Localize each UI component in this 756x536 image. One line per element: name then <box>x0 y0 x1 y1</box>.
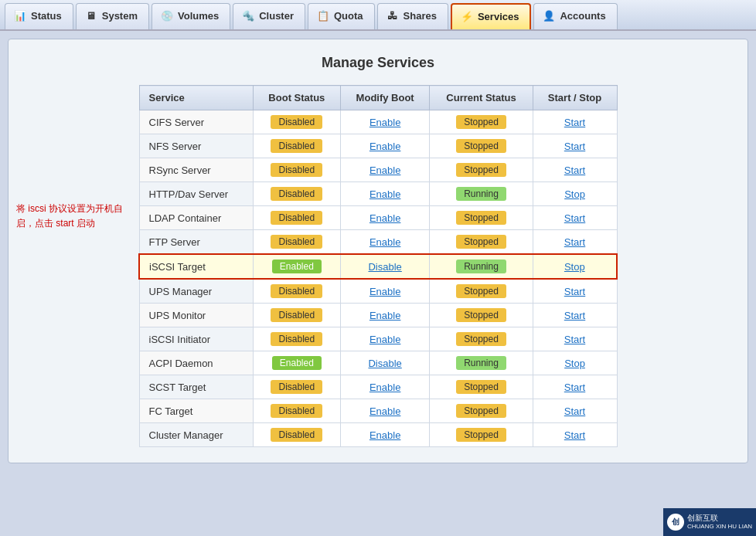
modify-boot-link[interactable]: Enable <box>369 429 400 441</box>
cluster-icon: 🔩 <box>241 9 255 23</box>
start-link[interactable]: Start <box>564 310 585 321</box>
stop-link[interactable]: Stop <box>564 358 585 369</box>
nav-tab-system[interactable]: 🖥System <box>76 3 149 29</box>
start-link[interactable]: Start <box>564 117 585 128</box>
modify-boot-link[interactable]: Enable <box>369 188 400 200</box>
volumes-icon: 💿 <box>160 9 174 23</box>
modify-boot[interactable]: Enable <box>340 375 430 399</box>
current-status-badge: Stopped <box>456 115 506 129</box>
start-stop-action[interactable]: Start <box>533 206 617 230</box>
boot-status-badge: Disabled <box>271 428 322 442</box>
footer-logo: 创 <box>667 514 684 531</box>
nav-tab-volumes[interactable]: 💿Volumes <box>152 3 230 29</box>
table-row: iSCSI InitiatorDisabledEnableStoppedStar… <box>139 327 617 351</box>
start-link[interactable]: Start <box>564 429 585 441</box>
modify-boot[interactable]: Enable <box>340 423 430 447</box>
start-stop-action[interactable]: Start <box>533 304 617 327</box>
start-stop-action[interactable]: Stop <box>533 182 617 206</box>
current-status-badge: Running <box>456 356 506 370</box>
modify-boot[interactable]: Enable <box>340 304 430 327</box>
current-status: Stopped <box>430 327 533 351</box>
current-status-badge: Stopped <box>456 284 506 298</box>
nav-tab-shares[interactable]: 🖧Shares <box>377 3 448 29</box>
modify-boot[interactable]: Enable <box>340 182 430 206</box>
start-link[interactable]: Start <box>564 382 585 393</box>
start-stop-action[interactable]: Start <box>533 423 617 447</box>
start-stop-action[interactable]: Start <box>533 279 617 304</box>
nav-tab-label-system: System <box>102 10 138 22</box>
modify-boot-link[interactable]: Enable <box>369 141 400 152</box>
boot-status-badge: Disabled <box>271 235 322 249</box>
col-header-current-status: Current Status <box>430 86 533 110</box>
start-stop-action[interactable]: Start <box>533 399 617 423</box>
boot-status: Disabled <box>253 206 340 230</box>
boot-status: Disabled <box>253 304 340 327</box>
footer-brand: 创新互联 CHUANG XIN HU LIAN <box>687 514 752 531</box>
start-link[interactable]: Start <box>564 212 585 224</box>
boot-status: Enabled <box>253 351 340 375</box>
start-link[interactable]: Start <box>564 286 585 297</box>
service-name: FC Target <box>139 399 253 423</box>
start-stop-action[interactable]: Start <box>533 134 617 158</box>
start-link[interactable]: Start <box>564 334 585 345</box>
start-stop-action[interactable]: Start <box>533 110 617 134</box>
modify-boot-link[interactable]: Enable <box>369 212 400 224</box>
boot-status: Disabled <box>253 279 340 304</box>
nav-tab-services[interactable]: ⚡Services <box>451 3 532 29</box>
modify-boot-link[interactable]: Enable <box>369 405 400 417</box>
modify-boot[interactable]: Enable <box>340 134 430 158</box>
nav-tab-status[interactable]: 📊Status <box>5 3 73 29</box>
col-header-service: Service <box>139 86 253 110</box>
modify-boot-link[interactable]: Enable <box>369 310 400 321</box>
modify-boot-link[interactable]: Enable <box>369 117 400 128</box>
modify-boot-link[interactable]: Enable <box>369 236 400 248</box>
nav-tab-label-quota: Quota <box>334 10 363 22</box>
start-link[interactable]: Start <box>564 405 585 417</box>
start-link[interactable]: Start <box>564 165 585 176</box>
start-stop-action[interactable]: Stop <box>533 254 617 279</box>
service-name: CIFS Server <box>139 110 253 134</box>
current-status-badge: Stopped <box>456 308 506 322</box>
current-status: Stopped <box>430 304 533 327</box>
start-link[interactable]: Start <box>564 236 585 248</box>
shares-icon: 🖧 <box>386 9 400 23</box>
nav-tab-quota[interactable]: 📋Quota <box>308 3 375 29</box>
modify-boot[interactable]: Enable <box>340 110 430 134</box>
start-stop-action[interactable]: Stop <box>533 351 617 375</box>
nav-tab-label-accounts: Accounts <box>560 10 605 22</box>
modify-boot-link[interactable]: Disable <box>368 261 401 273</box>
modify-boot[interactable]: Enable <box>340 230 430 255</box>
modify-boot[interactable]: Enable <box>340 279 430 304</box>
start-stop-action[interactable]: Start <box>533 230 617 255</box>
modify-boot-link[interactable]: Enable <box>369 165 400 176</box>
current-status-badge: Stopped <box>456 139 506 153</box>
service-name: FTP Server <box>139 230 253 255</box>
start-stop-action[interactable]: Start <box>533 158 617 182</box>
modify-boot-link[interactable]: Enable <box>369 286 400 297</box>
modify-boot-link[interactable]: Enable <box>369 382 400 393</box>
col-header-boot-status: Boot Status <box>253 86 340 110</box>
start-link[interactable]: Start <box>564 141 585 152</box>
current-status: Running <box>430 351 533 375</box>
modify-boot[interactable]: Disable <box>340 254 430 279</box>
modify-boot-link[interactable]: Disable <box>368 358 401 369</box>
modify-boot[interactable]: Disable <box>340 351 430 375</box>
nav-tab-accounts[interactable]: 👤Accounts <box>533 3 617 29</box>
stop-link[interactable]: Stop <box>564 188 585 200</box>
modify-boot-link[interactable]: Enable <box>369 334 400 345</box>
current-status-badge: Stopped <box>456 211 506 225</box>
nav-tab-label-volumes: Volumes <box>178 10 219 22</box>
system-icon: 🖥 <box>84 9 98 23</box>
modify-boot[interactable]: Enable <box>340 206 430 230</box>
modify-boot[interactable]: Enable <box>340 399 430 423</box>
start-stop-action[interactable]: Start <box>533 375 617 399</box>
current-status-badge: Running <box>456 187 506 201</box>
modify-boot[interactable]: Enable <box>340 158 430 182</box>
current-status: Stopped <box>430 375 533 399</box>
stop-link[interactable]: Stop <box>564 261 585 273</box>
nav-tab-cluster[interactable]: 🔩Cluster <box>233 3 305 29</box>
boot-status-badge: Disabled <box>271 332 322 346</box>
current-status: Stopped <box>430 206 533 230</box>
start-stop-action[interactable]: Start <box>533 327 617 351</box>
modify-boot[interactable]: Enable <box>340 327 430 351</box>
